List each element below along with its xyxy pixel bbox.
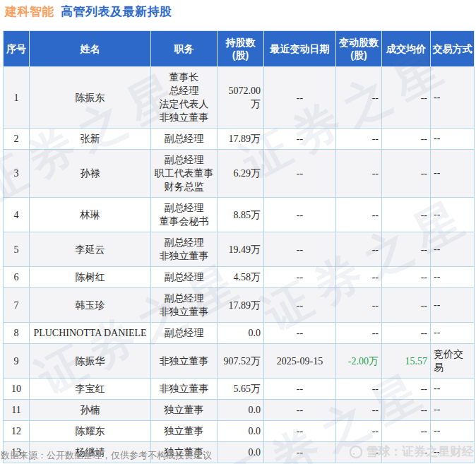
cell-change: -- [336, 150, 382, 198]
cell-price: -- [382, 288, 431, 323]
cell-method: -- [431, 400, 475, 421]
cell-shares: 0.0 [218, 442, 264, 463]
cell-positions: 副总经理 非独立董事 [151, 232, 218, 267]
cell-positions: 副总经理 [151, 267, 218, 288]
cell-name: 孙楠 [30, 400, 151, 421]
table-row: 1陈振东董事长 总经理 法定代表人 非独立董事5072.00万-------- [4, 67, 475, 129]
cell-positions: 副总经理 [151, 129, 218, 150]
cell-date: -- [264, 400, 336, 421]
cell-shares: 0.0 [218, 421, 264, 442]
cell-change: -- [336, 400, 382, 421]
cell-method: -- [431, 150, 475, 198]
cell-price: -- [382, 267, 431, 288]
cell-shares: 8.85万 [218, 198, 264, 232]
cell-name: 韩玉珍 [30, 288, 151, 323]
executives-holdings-table: 序号姓名职务持股数 (股)最近变动日期变动股数 (股)成交均价交易方式 1陈振东… [3, 30, 475, 463]
cell-shares: 17.89万 [218, 288, 264, 323]
snowball-logo-icon [349, 445, 363, 459]
cell-positions: 副总经理 董事会秘书 [151, 198, 218, 232]
cell-method: -- [431, 288, 475, 323]
cell-date: -- [264, 67, 336, 129]
table-header-row: 序号姓名职务持股数 (股)最近变动日期变动股数 (股)成交均价交易方式 [4, 31, 475, 67]
cell-no: 4 [4, 198, 30, 232]
page-title-text: 高管列表及最新持股 [61, 5, 172, 18]
cell-date: -- [264, 150, 336, 198]
column-header: 职务 [151, 31, 218, 67]
cell-change: -- [336, 288, 382, 323]
table-row: 10李宝红非独立董事5.65万-------- [4, 379, 475, 400]
cell-price: -- [382, 129, 431, 150]
cell-price: -- [382, 323, 431, 344]
stock-name: 建科智能 [5, 5, 54, 18]
cell-change: -- [336, 198, 382, 232]
table-row: 6陈树红副总经理4.58万-------- [4, 267, 475, 288]
cell-no: 11 [4, 400, 30, 421]
cell-name: 陈振东 [30, 67, 151, 129]
cell-name: 孙禄 [30, 150, 151, 198]
cell-method: -- [431, 421, 475, 442]
cell-name: 李宝红 [30, 379, 151, 400]
cell-positions: 董事长 总经理 法定代表人 非独立董事 [151, 67, 218, 129]
cell-positions: 副总经理 非独立董事 [151, 288, 218, 323]
column-header: 序号 [4, 31, 30, 67]
cell-name: 林琳 [30, 198, 151, 232]
brand-watermark: 雪球：证券之星财经 [349, 444, 474, 460]
cell-no: 10 [4, 379, 30, 400]
table-row: 7韩玉珍副总经理 非独立董事17.89万-------- [4, 288, 475, 323]
cell-no: 8 [4, 323, 30, 344]
cell-positions: 独立董事 [151, 400, 218, 421]
cell-date: -- [264, 232, 336, 267]
cell-change: -- [336, 379, 382, 400]
cell-price: -- [382, 400, 431, 421]
cell-shares: 5.65万 [218, 379, 264, 400]
cell-no: 2 [4, 129, 30, 150]
cell-no: 6 [4, 267, 30, 288]
cell-name: PLUCHINOTTA DANIELE [30, 323, 151, 344]
cell-name: 陈振华 [30, 344, 151, 379]
cell-shares: 0.0 [218, 400, 264, 421]
cell-method: -- [431, 67, 475, 129]
table-row: 4林琳副总经理 董事会秘书8.85万-------- [4, 198, 475, 232]
cell-method: -- [431, 267, 475, 288]
table-row: 3孙禄副总经理 职工代表董事 财务总监6.29万-------- [4, 150, 475, 198]
column-header: 姓名 [30, 31, 151, 67]
cell-change: -- [336, 421, 382, 442]
column-header: 变动股数 (股) [336, 31, 382, 67]
table-row: 8PLUCHINOTTA DANIELE副总经理0.0-------- [4, 323, 475, 344]
cell-positions: 独立董事 [151, 421, 218, 442]
cell-no: 3 [4, 150, 30, 198]
cell-method: -- [431, 379, 475, 400]
cell-price: -- [382, 67, 431, 129]
cell-shares: 19.49万 [218, 232, 264, 267]
cell-date: -- [264, 288, 336, 323]
cell-change: -- [336, 323, 382, 344]
page: 建科智能高管列表及最新持股 序号姓名职务持股数 (股)最近变动日期变动股数 (股… [0, 0, 476, 464]
cell-shares: 0.0 [218, 323, 264, 344]
cell-price: -- [382, 379, 431, 400]
cell-date: -- [264, 442, 336, 463]
cell-price: -- [382, 421, 431, 442]
table-row: 9陈振华非独立董事907.52万2025-09-15-2.00万15.57竞价交… [4, 344, 475, 379]
table-row: 11孙楠独立董事0.0-------- [4, 400, 475, 421]
column-header: 持股数 (股) [218, 31, 264, 67]
cell-method: -- [431, 323, 475, 344]
cell-shares: 17.89万 [218, 129, 264, 150]
cell-positions: 副总经理 职工代表董事 财务总监 [151, 150, 218, 198]
cell-method: -- [431, 198, 475, 232]
cell-date: -- [264, 198, 336, 232]
cell-method: -- [431, 129, 475, 150]
column-header: 成交均价 [382, 31, 431, 67]
cell-change: -- [336, 267, 382, 288]
column-header: 交易方式 [431, 31, 475, 67]
brand-watermark-label: 雪球：证券之星财经 [366, 444, 474, 460]
cell-price: -- [382, 232, 431, 267]
cell-method: 竞价交易 [431, 344, 475, 379]
cell-no: 1 [4, 67, 30, 129]
cell-date: -- [264, 323, 336, 344]
cell-change: -2.00万 [336, 344, 382, 379]
cell-price: -- [382, 198, 431, 232]
cell-no: 5 [4, 232, 30, 267]
page-title: 建科智能高管列表及最新持股 [5, 4, 172, 20]
cell-change: -- [336, 67, 382, 129]
column-header: 最近变动日期 [264, 31, 336, 67]
